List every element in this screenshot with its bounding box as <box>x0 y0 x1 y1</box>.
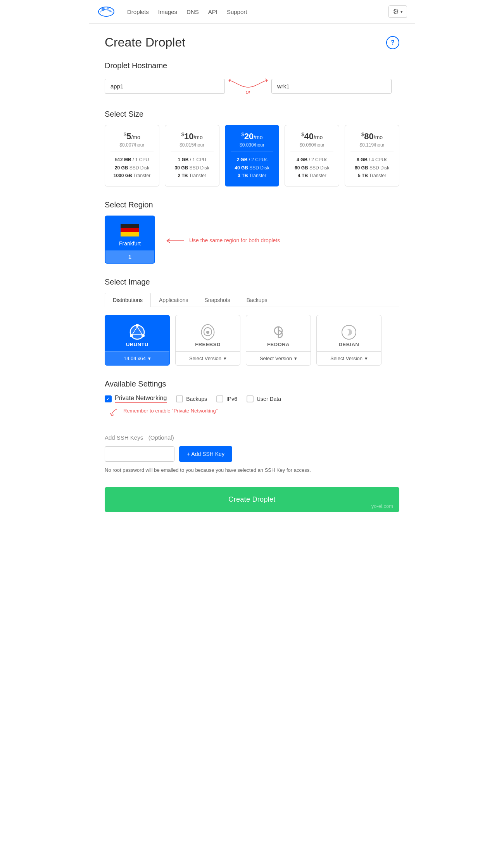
size-specs: 4 GB / 2 CPUs 60 GB SSD Disk 4 TB Transf… <box>290 156 333 179</box>
nav-api[interactable]: API <box>208 9 217 15</box>
image-cards: UBUNTU 14.04 x64 ▾ FREEBSD Select Versio… <box>105 315 399 366</box>
chevron-down-icon: ▾ <box>365 356 368 361</box>
nav-links: Droplets Images DNS API Support <box>127 9 388 15</box>
size-price: $20/mo <box>231 131 274 142</box>
image-name: FREEBSD <box>195 342 221 347</box>
checkbox-backups[interactable] <box>176 395 183 402</box>
region-row: Frankfurt 1 Use the same region for both… <box>105 216 399 264</box>
image-section: Select Image DistributionsApplicationsSn… <box>105 278 399 366</box>
page-title: Create Droplet <box>105 35 185 50</box>
region-annotation-text: Use the same region for both droplets <box>189 237 280 243</box>
nav-support[interactable]: Support <box>227 9 247 15</box>
gear-chevron: ▾ <box>400 9 403 14</box>
size-cards: $5/mo $0.007/hour 512 MB / 1 CPU 20 GB S… <box>105 125 399 186</box>
setting-user-data[interactable]: User Data <box>247 395 281 402</box>
image-name: DEBIAN <box>339 342 359 347</box>
settings-label: Available Settings <box>105 380 399 388</box>
region-label: Select Region <box>105 200 399 209</box>
image-card-ubuntu[interactable]: UBUNTU 14.04 x64 ▾ <box>105 315 170 366</box>
svg-point-2 <box>107 7 109 10</box>
size-hourly: $0.119/hour <box>350 142 394 148</box>
gear-icon: ⚙ <box>393 7 399 16</box>
or-text: or <box>246 89 250 95</box>
create-button-wrap: Create Droplet yo-el.com <box>105 487 399 512</box>
nav-dns[interactable]: DNS <box>186 9 199 15</box>
size-divider <box>290 152 333 152</box>
size-card-40[interactable]: $40/mo $0.060/hour 4 GB / 2 CPUs 60 GB S… <box>285 125 339 186</box>
size-divider <box>231 152 274 152</box>
size-price: $5/mo <box>110 131 154 142</box>
image-version[interactable]: 14.04 x64 ▾ <box>105 351 169 365</box>
flag-stripe-gold <box>121 232 139 236</box>
hostname-section: Droplet Hostname or <box>105 61 399 96</box>
image-card-debian[interactable]: DEBIAN Select Version ▾ <box>316 315 381 366</box>
image-card-freebsd[interactable]: FREEBSD Select Version ▾ <box>175 315 240 366</box>
setting-ipv6[interactable]: IPv6 <box>216 395 237 402</box>
setting-label-ipv6: IPv6 <box>226 396 237 402</box>
tab-snapshots[interactable]: Snapshots <box>197 293 238 307</box>
ssh-row: + Add SSH Key <box>105 446 399 462</box>
checkbox-user-data[interactable] <box>247 395 254 402</box>
hostname-label: Droplet Hostname <box>105 61 399 70</box>
region-name: Frankfurt <box>105 240 154 250</box>
reminder-text: Remember to enable "Private Networking" <box>123 408 217 414</box>
region-flag <box>105 216 154 240</box>
reminder-arrow-icon <box>109 407 120 419</box>
size-hourly: $0.007/hour <box>110 142 154 148</box>
size-card-5[interactable]: $5/mo $0.007/hour 512 MB / 1 CPU 20 GB S… <box>105 125 159 186</box>
tab-applications[interactable]: Applications <box>151 293 197 307</box>
navbar-right: ⚙ ▾ <box>388 5 407 18</box>
logo[interactable] <box>97 5 116 18</box>
hostname-row: or <box>105 76 399 96</box>
image-top: UBUNTU <box>105 315 169 351</box>
size-section: Select Size $5/mo $0.007/hour 512 MB / 1… <box>105 110 399 186</box>
size-price: $40/mo <box>290 131 333 142</box>
help-button[interactable]: ? <box>386 36 399 49</box>
svg-point-9 <box>206 331 209 334</box>
size-card-80[interactable]: $80/mo $0.119/hour 8 GB / 4 CPUs 80 GB S… <box>345 125 399 186</box>
chevron-down-icon: ▾ <box>224 356 226 361</box>
reminder-row: Remember to enable "Private Networking" <box>109 407 399 419</box>
ssh-key-input[interactable] <box>105 446 174 462</box>
create-droplet-button[interactable]: Create Droplet <box>105 487 399 512</box>
flag-stripe-red <box>121 228 139 232</box>
chevron-down-icon: ▾ <box>148 356 151 361</box>
checkbox-ipv6[interactable] <box>216 395 223 402</box>
image-version[interactable]: Select Version ▾ <box>176 351 240 365</box>
size-hourly: $0.015/hour <box>171 142 214 148</box>
size-specs: 512 MB / 1 CPU 20 GB SSD Disk 1000 GB Tr… <box>110 156 154 179</box>
size-divider <box>350 152 394 152</box>
fedora-icon <box>269 323 288 342</box>
nav-images[interactable]: Images <box>158 9 177 15</box>
ssh-note: No root password will be emailed to you … <box>105 467 399 473</box>
setting-backups[interactable]: Backups <box>176 395 207 402</box>
page-header: Create Droplet ? <box>105 35 399 50</box>
size-hourly: $0.030/hour <box>231 142 274 148</box>
chevron-down-icon: ▾ <box>294 356 297 361</box>
region-section: Select Region Frankfurt 1 <box>105 200 399 264</box>
setting-label-private-networking: Private Networking <box>115 395 167 403</box>
image-card-fedora[interactable]: FEDORA Select Version ▾ <box>246 315 311 366</box>
checkbox-private-networking[interactable] <box>105 395 112 402</box>
image-top: FEDORA <box>246 315 311 351</box>
settings-button[interactable]: ⚙ ▾ <box>388 5 407 18</box>
region-frankfurt[interactable]: Frankfurt 1 <box>105 216 155 264</box>
hostname-input-1[interactable] <box>105 79 225 94</box>
size-price: $80/mo <box>350 131 394 142</box>
region-count: 1 <box>105 250 154 263</box>
image-version[interactable]: Select Version ▾ <box>246 351 311 365</box>
region-annotation: Use the same region for both droplets <box>163 223 280 247</box>
nav-droplets[interactable]: Droplets <box>127 9 149 15</box>
tab-backups[interactable]: Backups <box>238 293 276 307</box>
image-version[interactable]: Select Version ▾ <box>317 351 381 365</box>
watermark: yo-el.com <box>371 503 393 509</box>
or-connector: or <box>225 76 271 96</box>
size-card-10[interactable]: $10/mo $0.015/hour 1 GB / 1 CPU 30 GB SS… <box>165 125 219 186</box>
size-card-20[interactable]: $20/mo $0.030/hour 2 GB / 2 CPUs 40 GB S… <box>225 125 280 186</box>
ssh-add-button[interactable]: + Add SSH Key <box>179 446 232 462</box>
hostname-input-2[interactable] <box>271 79 392 94</box>
tab-distributions[interactable]: Distributions <box>105 293 151 307</box>
ssh-add-btn-label: + Add SSH Key <box>187 451 224 457</box>
size-hourly: $0.060/hour <box>290 142 333 148</box>
setting-private-networking[interactable]: Private Networking <box>105 395 167 403</box>
